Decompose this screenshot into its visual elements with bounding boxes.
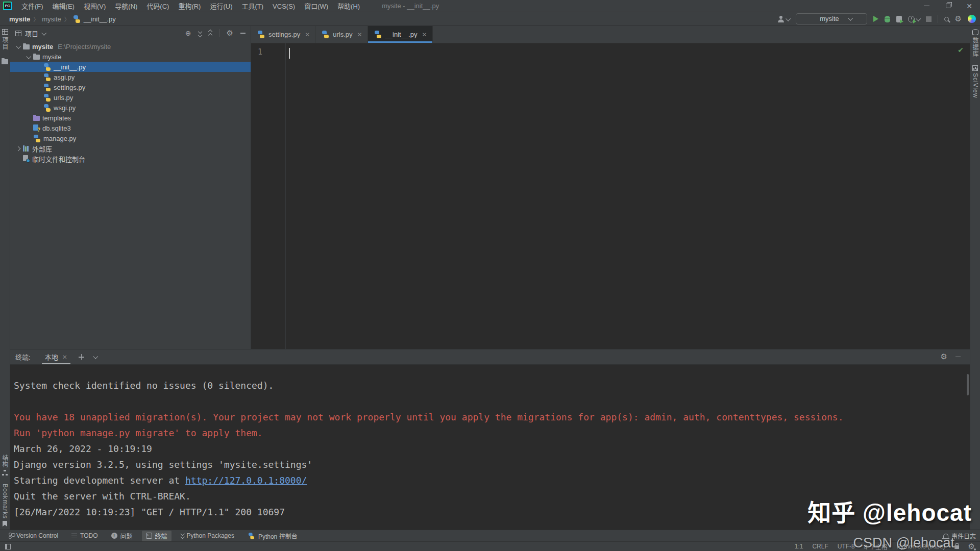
status-item[interactable]: UTF-8 [838,543,855,550]
editor-tab-urls.py[interactable]: urls.py✕ [315,26,368,43]
tree-item-settings.py[interactable]: settings.py [10,82,251,92]
toolwindow-button-Version Control[interactable]: Version Control [4,531,62,540]
editor-tab-settings.py[interactable]: settings.py✕ [251,26,315,43]
menu-item-导航(N)[interactable]: 导航(N) [110,2,142,11]
menu-item-文件(F)[interactable]: 文件(F) [17,2,48,11]
terminal-line: System check identified no issues (0 sil… [14,378,970,393]
terminal-scrollbar[interactable] [967,374,969,395]
tree-item-templates[interactable]: templates [10,113,251,123]
menu-item-运行(U)[interactable]: 运行(U) [205,2,237,11]
window-controls: ✕ [916,0,980,12]
indexing-settings-icon[interactable]: ⚙ [968,543,975,550]
select-opened-file-button[interactable]: ⊕ [185,30,191,37]
tree-item-外部库[interactable]: 外部库 [10,143,251,154]
editor-tab-label: urls.py [333,31,352,38]
chevron-down-icon [848,16,853,21]
close-button[interactable]: ✕ [959,0,980,12]
breadcrumb-item[interactable]: mysite [42,15,61,23]
menu-item-代码(C)[interactable]: 代码(C) [142,2,174,11]
project-tree: mysiteE:\Projects\mysitemysite__init__.p… [10,40,251,349]
stripe-favorites-button[interactable] [2,55,8,67]
close-icon[interactable]: ✕ [422,31,427,38]
event-log-button[interactable]: 事件日志 [943,532,976,540]
stop-button[interactable] [926,16,932,22]
chevron-down-icon[interactable] [26,54,31,59]
breadcrumb-item[interactable]: __init__.py [84,15,116,23]
tree-item-mysite[interactable]: mysiteE:\Projects\mysite [10,41,251,52]
editor-tab-__init__.py[interactable]: __init__.py✕ [368,26,433,43]
code-with-me-button[interactable] [778,16,790,22]
status-item[interactable]: CRLF [812,543,828,550]
profiler-button[interactable] [908,16,920,22]
lock-icon[interactable] [954,545,959,549]
tree-item-db.sqlite3[interactable]: ?db.sqlite3 [10,123,251,133]
settings-button[interactable]: ⚙ [955,15,962,23]
terminal-line: Django version 3.2.5, using settings 'my… [14,457,970,472]
restore-button[interactable] [937,0,959,12]
toolwindow-toggle-icon[interactable] [5,544,11,549]
menu-item-重构(R)[interactable]: 重构(R) [174,2,205,11]
collapse-all-button[interactable] [209,30,212,37]
editor-tab-bar: settings.py✕urls.py✕__init__.py✕ [251,26,970,43]
status-item[interactable]: 4 个空格 [864,542,888,551]
inspection-ok-icon[interactable]: ✔ [958,46,964,54]
menu-item-编辑(E)[interactable]: 编辑(E) [48,2,79,11]
tree-item-临时文件和控制台[interactable]: 临时文件和控制台 [10,154,251,164]
close-icon[interactable]: ✕ [357,31,362,38]
breadcrumb-item[interactable]: mysite [9,15,30,23]
stripe-project-button[interactable]: 项目 [1,26,9,55]
close-icon[interactable]: ✕ [305,31,310,38]
toolwindow-button-问题[interactable]: !问题 [107,531,137,541]
terminal-tab-label: 本地 [45,352,58,362]
menu-item-工具(T)[interactable]: 工具(T) [237,2,268,11]
close-icon[interactable]: ✕ [62,354,67,361]
chevron-right-icon[interactable] [15,146,20,151]
project-view-select[interactable]: 项目 [15,29,45,38]
chevron-down-icon[interactable] [16,43,21,48]
status-item[interactable]: 1:1 [795,543,803,550]
learn-pycharm-icon[interactable] [968,15,976,23]
breadcrumb-separator: 〉 [33,15,39,23]
terminal-line: You have 18 unapplied migration(s). Your… [14,409,970,425]
menu-item-VCS(S)[interactable]: VCS(S) [268,2,300,11]
tree-item-label: templates [42,114,71,122]
project-options-button[interactable]: ⚙ [227,30,233,37]
run-configuration-select[interactable]: mysite [796,13,867,24]
toolwindow-button-Python Packages[interactable]: Python Packages [177,531,238,540]
expand-all-button[interactable] [199,30,202,37]
tree-item-mysite[interactable]: mysite [10,52,251,62]
menu-item-视图(V)[interactable]: 视图(V) [79,2,110,11]
menu-item-帮助(H)[interactable]: 帮助(H) [333,2,364,11]
search-everywhere-button[interactable] [944,17,949,21]
status-item[interactable]: Python 3.9 (base) [897,543,945,550]
chevron-down-icon[interactable] [93,354,98,359]
hide-terminal-button[interactable] [955,357,961,358]
tree-item-urls.py[interactable]: urls.py [10,92,251,103]
stripe-structure-label: 结构 [1,455,9,468]
stripe-structure-button[interactable]: 结构 [1,449,9,479]
tree-item-wsgi.py[interactable]: wsgi.py [10,103,251,113]
stripe-bookmarks-button[interactable]: Bookmarks [2,479,9,530]
toolwindow-button-Python 控制台[interactable]: Python 控制台 [243,531,302,541]
hide-panel-button[interactable] [240,33,246,34]
toolwindow-button-TODO[interactable]: TODO [67,531,102,540]
tree-item-__init__.py[interactable]: __init__.py [10,62,251,72]
terminal-tab-local[interactable]: 本地 ✕ [42,349,70,364]
minimize-button[interactable] [916,0,937,12]
run-with-coverage-button[interactable] [896,16,902,22]
debug-button[interactable] [885,16,890,22]
new-session-button[interactable] [79,354,84,360]
stripe-sciview-button[interactable]: SciView [972,62,979,103]
terminal-settings-button[interactable]: ⚙ [941,353,947,361]
editor-body[interactable]: 1 ✔ [251,43,970,349]
tree-item-asgi.py[interactable]: asgi.py [10,72,251,82]
tree-item-label: wsgi.py [54,104,76,112]
toolwindow-button-label: Python Packages [187,532,234,539]
toolwindow-button-终端[interactable]: >_终端 [142,531,172,541]
menu-item-窗口(W)[interactable]: 窗口(W) [300,2,333,11]
tree-item-manage.py[interactable]: manage.py [10,133,251,143]
server-url-link[interactable]: http://127.0.0.1:8000/ [185,475,307,486]
run-button[interactable] [873,16,878,22]
stripe-database-button[interactable]: 数据库 [971,26,979,62]
terminal-output[interactable]: System check identified no issues (0 sil… [10,365,970,530]
